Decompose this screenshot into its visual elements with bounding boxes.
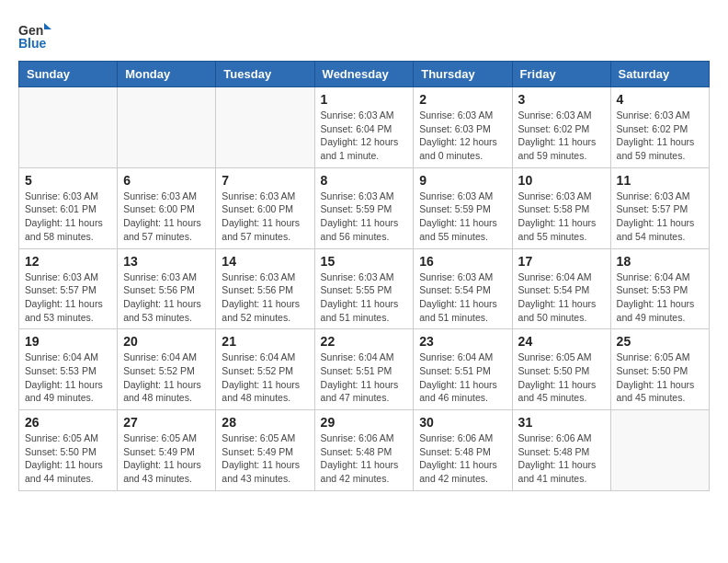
calendar-cell: 2Sunrise: 6:03 AM Sunset: 6:03 PM Daylig… [414, 87, 512, 168]
calendar-cell: 5Sunrise: 6:03 AM Sunset: 6:01 PM Daylig… [19, 167, 118, 248]
day-number: 5 [25, 173, 111, 188]
day-number: 21 [222, 334, 308, 349]
day-info: Sunrise: 6:04 AM Sunset: 5:52 PM Dayligh… [222, 350, 308, 405]
day-info: Sunrise: 6:03 AM Sunset: 5:56 PM Dayligh… [123, 270, 210, 325]
day-number: 19 [25, 334, 111, 349]
calendar-cell: 25Sunrise: 6:05 AM Sunset: 5:50 PM Dayli… [610, 329, 709, 410]
day-of-week-header: Tuesday [216, 62, 314, 87]
day-of-week-header: Saturday [610, 62, 709, 87]
calendar-cell: 3Sunrise: 6:03 AM Sunset: 6:02 PM Daylig… [512, 87, 610, 168]
day-info: Sunrise: 6:04 AM Sunset: 5:53 PM Dayligh… [25, 350, 111, 405]
day-number: 22 [321, 334, 408, 349]
day-number: 9 [419, 173, 506, 188]
day-info: Sunrise: 6:04 AM Sunset: 5:51 PM Dayligh… [321, 350, 408, 405]
calendar-cell [19, 87, 118, 168]
day-of-week-header: Monday [118, 62, 216, 87]
day-info: Sunrise: 6:05 AM Sunset: 5:50 PM Dayligh… [518, 350, 605, 405]
calendar-table: SundayMondayTuesdayWednesdayThursdayFrid… [18, 61, 710, 491]
logo-icon: Gen Blue [18, 18, 51, 52]
day-info: Sunrise: 6:03 AM Sunset: 6:03 PM Dayligh… [419, 109, 506, 163]
calendar-cell [216, 87, 314, 168]
day-number: 29 [321, 415, 408, 430]
day-info: Sunrise: 6:03 AM Sunset: 5:59 PM Dayligh… [321, 190, 408, 244]
day-info: Sunrise: 6:03 AM Sunset: 6:01 PM Dayligh… [25, 190, 111, 244]
day-info: Sunrise: 6:03 AM Sunset: 6:02 PM Dayligh… [617, 109, 703, 163]
day-number: 7 [222, 173, 308, 188]
logo: Gen Blue [18, 18, 55, 52]
day-number: 31 [518, 415, 605, 430]
calendar-cell: 11Sunrise: 6:03 AM Sunset: 5:57 PM Dayli… [610, 167, 709, 248]
calendar-cell: 31Sunrise: 6:06 AM Sunset: 5:48 PM Dayli… [512, 410, 610, 491]
day-info: Sunrise: 6:03 AM Sunset: 5:57 PM Dayligh… [617, 190, 703, 244]
day-info: Sunrise: 6:05 AM Sunset: 5:49 PM Dayligh… [222, 431, 308, 486]
day-info: Sunrise: 6:04 AM Sunset: 5:51 PM Dayligh… [419, 350, 506, 405]
day-number: 28 [222, 415, 308, 430]
day-info: Sunrise: 6:03 AM Sunset: 5:54 PM Dayligh… [419, 270, 506, 325]
calendar-cell: 26Sunrise: 6:05 AM Sunset: 5:50 PM Dayli… [19, 410, 118, 491]
calendar-cell: 20Sunrise: 6:04 AM Sunset: 5:52 PM Dayli… [118, 329, 216, 410]
day-number: 18 [617, 254, 703, 269]
day-number: 27 [123, 415, 210, 430]
day-number: 20 [123, 334, 210, 349]
day-number: 6 [123, 173, 210, 188]
day-info: Sunrise: 6:03 AM Sunset: 5:55 PM Dayligh… [321, 270, 408, 325]
calendar-cell: 29Sunrise: 6:06 AM Sunset: 5:48 PM Dayli… [314, 410, 414, 491]
calendar-cell: 9Sunrise: 6:03 AM Sunset: 5:59 PM Daylig… [414, 167, 512, 248]
day-info: Sunrise: 6:03 AM Sunset: 6:00 PM Dayligh… [222, 190, 308, 244]
calendar-cell: 22Sunrise: 6:04 AM Sunset: 5:51 PM Dayli… [314, 329, 414, 410]
day-number: 16 [419, 254, 506, 269]
calendar-cell: 6Sunrise: 6:03 AM Sunset: 6:00 PM Daylig… [118, 167, 216, 248]
calendar-cell: 24Sunrise: 6:05 AM Sunset: 5:50 PM Dayli… [512, 329, 610, 410]
day-number: 13 [123, 254, 210, 269]
calendar-cell: 23Sunrise: 6:04 AM Sunset: 5:51 PM Dayli… [414, 329, 512, 410]
calendar-cell: 12Sunrise: 6:03 AM Sunset: 5:57 PM Dayli… [19, 248, 118, 329]
day-number: 2 [419, 92, 506, 107]
day-info: Sunrise: 6:05 AM Sunset: 5:49 PM Dayligh… [123, 431, 210, 486]
day-number: 1 [321, 92, 408, 107]
day-number: 12 [25, 254, 111, 269]
calendar-cell: 17Sunrise: 6:04 AM Sunset: 5:54 PM Dayli… [512, 248, 610, 329]
day-info: Sunrise: 6:03 AM Sunset: 5:56 PM Dayligh… [222, 270, 308, 325]
day-number: 30 [419, 415, 506, 430]
calendar-week-row: 1Sunrise: 6:03 AM Sunset: 6:04 PM Daylig… [19, 87, 710, 168]
calendar-cell: 27Sunrise: 6:05 AM Sunset: 5:49 PM Dayli… [118, 410, 216, 491]
svg-marker-2 [44, 23, 51, 29]
calendar-cell: 13Sunrise: 6:03 AM Sunset: 5:56 PM Dayli… [118, 248, 216, 329]
calendar-cell: 28Sunrise: 6:05 AM Sunset: 5:49 PM Dayli… [216, 410, 314, 491]
day-number: 25 [617, 334, 703, 349]
day-number: 14 [222, 254, 308, 269]
calendar-cell: 30Sunrise: 6:06 AM Sunset: 5:48 PM Dayli… [414, 410, 512, 491]
day-info: Sunrise: 6:03 AM Sunset: 6:04 PM Dayligh… [321, 109, 408, 163]
day-of-week-header: Wednesday [314, 62, 414, 87]
calendar-cell: 19Sunrise: 6:04 AM Sunset: 5:53 PM Dayli… [19, 329, 118, 410]
day-info: Sunrise: 6:03 AM Sunset: 5:59 PM Dayligh… [419, 190, 506, 244]
day-info: Sunrise: 6:03 AM Sunset: 5:57 PM Dayligh… [25, 270, 111, 325]
day-info: Sunrise: 6:05 AM Sunset: 5:50 PM Dayligh… [25, 431, 111, 486]
calendar-cell: 7Sunrise: 6:03 AM Sunset: 6:00 PM Daylig… [216, 167, 314, 248]
calendar-cell: 21Sunrise: 6:04 AM Sunset: 5:52 PM Dayli… [216, 329, 314, 410]
day-of-week-header: Sunday [19, 62, 118, 87]
day-info: Sunrise: 6:04 AM Sunset: 5:54 PM Dayligh… [518, 270, 605, 325]
calendar-week-row: 26Sunrise: 6:05 AM Sunset: 5:50 PM Dayli… [19, 410, 710, 491]
calendar-header-row: SundayMondayTuesdayWednesdayThursdayFrid… [19, 62, 710, 87]
calendar-cell: 18Sunrise: 6:04 AM Sunset: 5:53 PM Dayli… [610, 248, 709, 329]
day-number: 8 [321, 173, 408, 188]
calendar-cell: 15Sunrise: 6:03 AM Sunset: 5:55 PM Dayli… [314, 248, 414, 329]
calendar-cell: 4Sunrise: 6:03 AM Sunset: 6:02 PM Daylig… [610, 87, 709, 168]
page-header: Gen Blue [18, 18, 710, 52]
day-number: 26 [25, 415, 111, 430]
day-number: 24 [518, 334, 605, 349]
day-number: 3 [518, 92, 605, 107]
calendar-cell: 8Sunrise: 6:03 AM Sunset: 5:59 PM Daylig… [314, 167, 414, 248]
day-number: 15 [321, 254, 408, 269]
day-of-week-header: Thursday [414, 62, 512, 87]
day-info: Sunrise: 6:03 AM Sunset: 5:58 PM Dayligh… [518, 190, 605, 244]
calendar-cell: 16Sunrise: 6:03 AM Sunset: 5:54 PM Dayli… [414, 248, 512, 329]
day-number: 23 [419, 334, 506, 349]
day-info: Sunrise: 6:06 AM Sunset: 5:48 PM Dayligh… [419, 431, 506, 486]
day-info: Sunrise: 6:03 AM Sunset: 6:02 PM Dayligh… [518, 109, 605, 163]
calendar-week-row: 19Sunrise: 6:04 AM Sunset: 5:53 PM Dayli… [19, 329, 710, 410]
day-info: Sunrise: 6:03 AM Sunset: 6:00 PM Dayligh… [123, 190, 210, 244]
calendar-cell [118, 87, 216, 168]
day-number: 10 [518, 173, 605, 188]
